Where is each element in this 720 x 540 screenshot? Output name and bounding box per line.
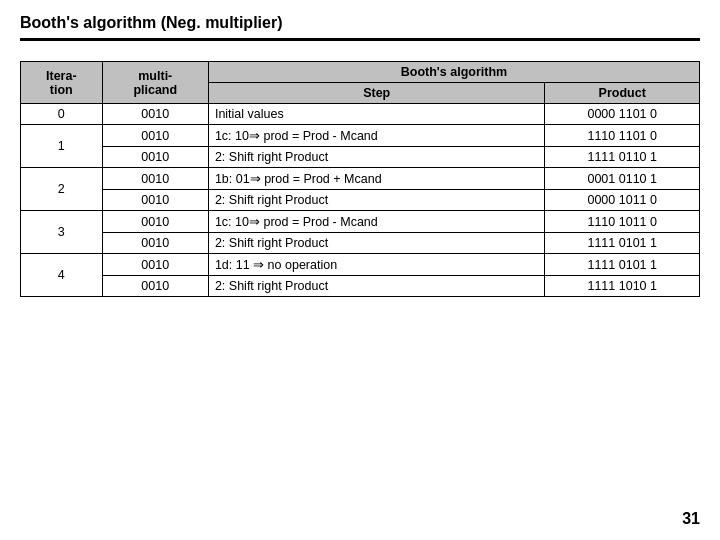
multiplicand-cell: 0010 (102, 233, 208, 254)
product-cell: 1111 0101 1 (545, 254, 700, 276)
product-cell: 1111 0110 1 (545, 147, 700, 168)
page-number: 31 (682, 510, 700, 528)
product-cell: 0001 0110 1 (545, 168, 700, 190)
product-cell: 1110 1011 0 (545, 211, 700, 233)
multiplicand-cell: 0010 (102, 276, 208, 297)
multiplicand-cell: 0010 (102, 254, 208, 276)
step-cell: 2: Shift right Product (208, 233, 545, 254)
table-row: 00102: Shift right Product1111 0110 1 (21, 147, 700, 168)
step-cell: 2: Shift right Product (208, 147, 545, 168)
product-cell: 0000 1011 0 (545, 190, 700, 211)
step-cell: 2: Shift right Product (208, 190, 545, 211)
page-title: Booth's algorithm (Neg. multiplier) (0, 0, 720, 38)
col-iteration: Itera-tion (21, 62, 103, 104)
table-row: 300101c: 10⇒ prod = Prod - Mcand1110 101… (21, 211, 700, 233)
step-cell: 1c: 10⇒ prod = Prod - Mcand (208, 211, 545, 233)
multiplicand-cell: 0010 (102, 104, 208, 125)
multiplicand-cell: 0010 (102, 125, 208, 147)
product-cell: 1111 0101 1 (545, 233, 700, 254)
multiplicand-cell: 0010 (102, 190, 208, 211)
product-cell: 1111 1010 1 (545, 276, 700, 297)
step-cell: 1b: 01⇒ prod = Prod + Mcand (208, 168, 545, 190)
main-content: Itera-tion multi-plicand Booth's algorit… (0, 41, 720, 307)
table-row: 100101c: 10⇒ prod = Prod - Mcand1110 110… (21, 125, 700, 147)
step-cell: 2: Shift right Product (208, 276, 545, 297)
header-row-1: Itera-tion multi-plicand Booth's algorit… (21, 62, 700, 83)
table-row: 00010Initial values0000 1101 0 (21, 104, 700, 125)
product-cell: 0000 1101 0 (545, 104, 700, 125)
table-body: 00010Initial values0000 1101 0100101c: 1… (21, 104, 700, 297)
iteration-cell: 0 (21, 104, 103, 125)
table-row: 00102: Shift right Product1111 1010 1 (21, 276, 700, 297)
table-row: 400101d: 11 ⇒ no operation1111 0101 1 (21, 254, 700, 276)
col-multiplicand: multi-plicand (102, 62, 208, 104)
iteration-cell: 2 (21, 168, 103, 211)
multiplicand-cell: 0010 (102, 211, 208, 233)
table-row: 00102: Shift right Product0000 1011 0 (21, 190, 700, 211)
col-booths-algorithm: Booth's algorithm (208, 62, 699, 83)
step-cell: Initial values (208, 104, 545, 125)
product-cell: 1110 1101 0 (545, 125, 700, 147)
table-row: 00102: Shift right Product1111 0101 1 (21, 233, 700, 254)
col-step: Step (208, 83, 545, 104)
step-cell: 1d: 11 ⇒ no operation (208, 254, 545, 276)
iteration-cell: 4 (21, 254, 103, 297)
booths-table: Itera-tion multi-plicand Booth's algorit… (20, 61, 700, 297)
step-cell: 1c: 10⇒ prod = Prod - Mcand (208, 125, 545, 147)
table-row: 200101b: 01⇒ prod = Prod + Mcand0001 011… (21, 168, 700, 190)
iteration-cell: 1 (21, 125, 103, 168)
multiplicand-cell: 0010 (102, 168, 208, 190)
multiplicand-cell: 0010 (102, 147, 208, 168)
col-product: Product (545, 83, 700, 104)
iteration-cell: 3 (21, 211, 103, 254)
